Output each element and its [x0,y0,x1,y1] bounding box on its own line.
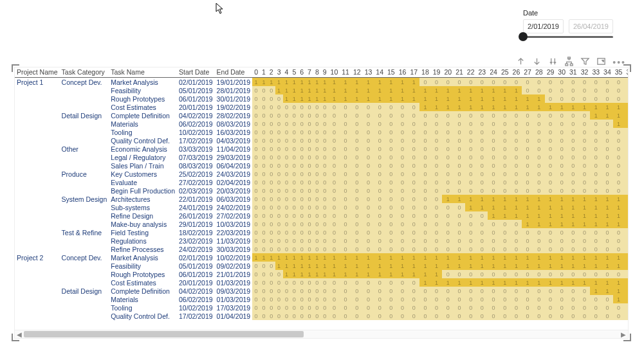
col-day-30[interactable]: 30 [556,67,567,78]
cell-day: 0 [397,295,409,303]
horizontal-scrollbar[interactable]: ◀ ▶ [15,330,628,338]
col-day-33[interactable]: 33 [590,67,602,78]
col-day-14[interactable]: 14 [374,67,385,78]
table-row[interactable]: Refine Processes24/02/201930/03/20190000… [15,245,628,253]
col-start-date[interactable]: Start Date [177,67,215,78]
col-day-18[interactable]: 18 [419,67,431,78]
col-task-name[interactable]: Task Name [109,67,177,78]
selection-handle[interactable] [12,334,19,341]
col-day-10[interactable]: 10 [329,67,340,78]
col-day-5[interactable]: 5 [290,67,298,78]
table-row[interactable]: Rough Prototypes06/01/201930/01/20190000… [15,94,628,103]
filter-icon[interactable] [580,57,590,67]
cell-day: 1 [442,86,454,94]
table-row[interactable]: Cost Estimates20/01/201901/03/2019000000… [15,278,628,287]
cell-day: 0 [488,245,499,253]
matrix-visual[interactable]: Project NameTask CategoryTask NameStart … [14,67,629,339]
col-day-26[interactable]: 26 [511,67,522,78]
scrollbar-thumb[interactable] [24,331,304,337]
table-row[interactable]: System DesignArchitectures22/01/201906/0… [15,195,628,203]
table-row[interactable]: Tooling10/02/201916/03/20190000000000000… [15,128,628,136]
cell-day: 0 [290,278,298,287]
table-row[interactable]: Refine Design26/01/201927/02/20190000000… [15,211,628,220]
col-day-25[interactable]: 25 [499,67,511,78]
date-start-input[interactable]: 2/01/2019 [523,19,564,33]
table-row[interactable]: Feasibility05/01/201928/01/2019000111111… [15,86,628,94]
col-end-date[interactable]: End Date [215,67,253,78]
cell-day: 0 [298,120,306,128]
cell-day: 0 [397,103,409,111]
col-day-28[interactable]: 28 [533,67,545,78]
col-day-9[interactable]: 9 [321,67,329,78]
table-row[interactable]: Project 2Concept Dev.Market Analysis02/0… [15,253,628,262]
table-row[interactable]: Sub-systems24/01/201924/02/2019000000000… [15,203,628,211]
col-day-1[interactable]: 1 [260,67,268,78]
table-row[interactable]: Sales Plan / Train08/03/201906/04/201900… [15,161,628,170]
col-day-24[interactable]: 24 [488,67,499,78]
cell-day: 1 [556,262,567,270]
cell-day: 0 [351,178,363,186]
table-row[interactable]: Project 1Concept Dev.Market Analysis02/0… [15,78,628,87]
col-day-3[interactable]: 3 [275,67,283,78]
table-row[interactable]: Evaluate27/02/201902/04/2019000000000000… [15,178,628,186]
date-slider[interactable] [523,36,613,38]
drill-down-icon[interactable] [532,57,542,67]
col-day-8[interactable]: 8 [313,67,321,78]
cell-day: 0 [385,103,397,111]
table-row[interactable]: OtherEconomic Analysis03/03/201911/04/20… [15,145,628,153]
col-day-36[interactable]: 36 [624,67,628,78]
col-day-0[interactable]: 0 [252,67,260,78]
date-slicer[interactable]: Date 2/01/2019 26/04/2019 [523,9,613,38]
table-row[interactable]: Regulations23/02/201911/03/2019000000000… [15,237,628,245]
col-day-16[interactable]: 16 [397,67,409,78]
table-row[interactable]: Begin Full Production02/03/201920/03/201… [15,186,628,195]
col-day-22[interactable]: 22 [465,67,477,78]
date-slider-thumb[interactable] [519,32,528,41]
col-day-15[interactable]: 15 [385,67,397,78]
col-day-27[interactable]: 27 [522,67,533,78]
cell-day: 0 [283,103,291,111]
col-day-11[interactable]: 11 [340,67,351,78]
drill-up-icon[interactable] [516,57,526,67]
matrix-scroll-area[interactable]: Project NameTask CategoryTask NameStart … [15,67,628,330]
table-row[interactable]: Make-buy analysis29/01/201910/03/2019000… [15,220,628,228]
col-day-23[interactable]: 23 [477,67,488,78]
col-project-name[interactable]: Project Name [15,67,60,78]
col-day-29[interactable]: 29 [545,67,557,78]
col-day-12[interactable]: 12 [351,67,363,78]
col-day-17[interactable]: 17 [408,67,419,78]
table-row[interactable]: Detail DesignComplete Definition04/02/20… [15,111,628,120]
date-end-input[interactable]: 26/04/2019 [569,19,613,33]
hierarchy-icon[interactable] [564,57,574,67]
col-day-2[interactable]: 2 [268,67,275,78]
focus-mode-icon[interactable] [596,57,606,67]
table-row[interactable]: Legal / Regulatory07/03/201929/03/201900… [15,153,628,161]
table-row[interactable]: Feasibility05/01/201909/02/2019000111111… [15,262,628,270]
table-row[interactable]: Quality Control Def.17/02/201901/04/2019… [15,312,628,320]
table-row[interactable]: Tooling10/02/201917/03/20190000000000000… [15,303,628,312]
col-day-34[interactable]: 34 [602,67,613,78]
cell-day: 0 [511,78,522,87]
table-row[interactable]: Materials06/02/201901/03/201900000000000… [15,295,628,303]
table-row[interactable]: Cost Estimates20/01/201919/02/2019000000… [15,103,628,111]
table-row[interactable]: Test & RefineField Testing18/02/201922/0… [15,228,628,237]
table-row[interactable]: Detail DesignComplete Definition04/02/20… [15,287,628,295]
table-row[interactable]: Rough Prototypes06/01/201921/01/20190000… [15,270,628,278]
col-day-19[interactable]: 19 [431,67,443,78]
col-day-13[interactable]: 13 [363,67,374,78]
table-row[interactable]: ProduceKey Customers25/02/201924/03/2019… [15,170,628,178]
col-day-20[interactable]: 20 [442,67,454,78]
col-day-6[interactable]: 6 [298,67,306,78]
expand-down-icon[interactable] [548,57,558,67]
cell-day: 0 [321,211,329,220]
selection-handle[interactable] [623,334,631,341]
col-day-4[interactable]: 4 [283,67,291,78]
col-day-32[interactable]: 32 [579,67,591,78]
table-row[interactable]: Materials06/02/201908/03/201900000000000… [15,120,628,128]
col-day-7[interactable]: 7 [306,67,313,78]
col-day-31[interactable]: 31 [567,67,579,78]
col-day-21[interactable]: 21 [454,67,465,78]
table-row[interactable]: Quality Control Def.17/02/201904/03/2019… [15,136,628,145]
col-task-category[interactable]: Task Category [60,67,109,78]
col-day-35[interactable]: 35 [613,67,625,78]
